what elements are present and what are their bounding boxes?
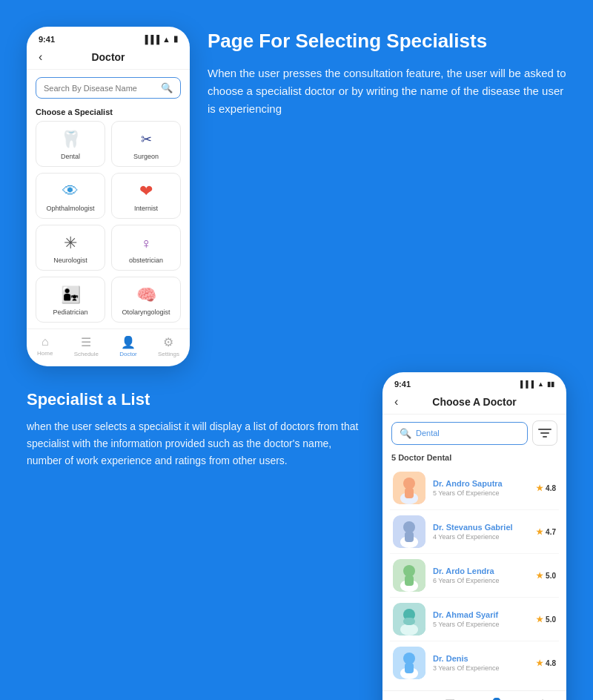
doctor-rating-3: ★ 5.0 (536, 571, 556, 581)
doctor-card-4[interactable]: Dr. Ahmad Syarif 5 Years Of Experience ★… (390, 598, 559, 641)
status-bar-1: 9:41 ▐▐▐ ▲ ▮ (27, 27, 190, 47)
search-icon-1: 🔍 (161, 82, 173, 93)
rating-value-3: 5.0 (546, 572, 556, 580)
filter-icon (538, 428, 551, 438)
star-icon-4: ★ (536, 615, 543, 624)
search-input-2[interactable]: 🔍 Dental (391, 422, 528, 445)
specialist-dental[interactable]: 🦷 Dental (36, 121, 105, 167)
rating-value-2: 4.7 (546, 528, 556, 536)
doctor-info-5: Dr. Denis 3 Years Of Experience (433, 654, 529, 672)
search-value: Dental (416, 429, 440, 438)
phone-header-1: ‹ Doctor (27, 47, 190, 70)
search-input-1[interactable] (44, 84, 156, 93)
settings-label-1: Settings (158, 351, 179, 357)
specialist-neurologist[interactable]: ✳ Neurologist (36, 225, 105, 271)
svg-rect-22 (405, 663, 414, 673)
svg-rect-1 (540, 432, 549, 434)
battery-icon: ▮ (173, 34, 178, 44)
svg-point-17 (400, 624, 418, 635)
search-bar-1[interactable]: 🔍 (36, 77, 181, 99)
doctor-name-4: Dr. Ahmad Syarif (433, 610, 529, 619)
doctor-info-4: Dr. Ahmad Syarif 5 Years Of Experience (433, 610, 529, 628)
doctor-count: 5 Doctor Dental (382, 452, 566, 466)
filter-button[interactable] (532, 420, 557, 446)
home-label-1: Home (37, 350, 53, 357)
svg-rect-0 (538, 429, 551, 430)
bottom-section: Specialist a List when the user selects … (0, 384, 593, 700)
doctor-avatar-svg-2 (393, 515, 425, 548)
phone-mockup-1: 9:41 ▐▐▐ ▲ ▮ ‹ Doctor 🔍 Choose a Special… (27, 27, 190, 366)
phone-header-2: ‹ Choose A Doctor (382, 392, 566, 415)
specialist-ent[interactable]: 🧠 Otolaryngologist (111, 277, 181, 323)
ent-icon: 🧠 (136, 285, 156, 306)
doctor-avatar-2 (393, 515, 425, 548)
specialist-surgeon[interactable]: ✂ Surgeon (111, 121, 181, 167)
time-1: 9:41 (39, 35, 55, 44)
svg-rect-10 (405, 532, 414, 542)
nav-settings-2[interactable]: ⚙ Settings (531, 697, 553, 700)
rating-value-1: 4.8 (546, 484, 556, 492)
doctor-info-1: Dr. Andro Saputra 5 Years Of Experience (433, 479, 529, 497)
doctor-icon-1: 👤 (121, 335, 136, 349)
bottom-nav-2: ⌂ Home ☰ Schedule 👤 Doctor ⚙ Settings (382, 690, 566, 700)
doctor-exp-4: 5 Years Of Experience (433, 621, 529, 628)
specialist-internist[interactable]: ❤ Internist (111, 173, 181, 219)
star-icon-1: ★ (536, 483, 543, 493)
time-2: 9:41 (394, 380, 411, 389)
back-arrow-1[interactable]: ‹ (39, 50, 42, 64)
doctor-label-1: Doctor (119, 351, 137, 357)
nav-schedule-1[interactable]: ☰ Schedule (74, 335, 99, 357)
svg-rect-14 (405, 575, 414, 586)
svg-rect-18 (403, 618, 415, 625)
phone-title-2: Choose A Doctor (432, 396, 516, 408)
rating-value-4: 5.0 (546, 615, 556, 624)
ophthalmologist-label: Ophthalmologist (46, 205, 94, 212)
doctor-card-2[interactable]: Dr. Stevanus Gabriel 4 Years Of Experien… (390, 510, 559, 554)
wifi-icon-2: ▲ (537, 380, 544, 388)
specialist-obstetrician[interactable]: ♀ obstetrician (111, 225, 181, 271)
ent-label: Otolaryngologist (122, 308, 170, 316)
specialist-pediatrician[interactable]: 👨‍👧 Pediatrician (36, 277, 105, 323)
doctor-avatar-3 (393, 559, 425, 592)
pediatrician-label: Pediatrician (53, 308, 87, 316)
main-desc: When the user presses the consultation f… (208, 65, 566, 118)
battery-icon-2: ▮▮ (547, 380, 554, 388)
nav-schedule-2[interactable]: ☰ Schedule (437, 697, 462, 700)
search-icon-2: 🔍 (400, 428, 411, 439)
eye-icon: 👁 (62, 181, 79, 202)
signal-icon-2: ▐▐▐ (518, 380, 534, 388)
doctor-avatar-5 (393, 647, 425, 679)
doctor-list: Dr. Andro Saputra 5 Years Of Experience … (382, 466, 566, 684)
doctor-rating-4: ★ 5.0 (536, 615, 556, 624)
doctor-name-1: Dr. Andro Saputra (433, 479, 529, 488)
nav-settings-1[interactable]: ⚙ Settings (158, 335, 179, 357)
secondary-title: Specialist a List (27, 390, 365, 409)
nav-doctor-1[interactable]: 👤 Doctor (119, 335, 137, 357)
doctor-exp-1: 5 Years Of Experience (433, 489, 529, 497)
specialist-ophthalmologist[interactable]: 👁 Ophthalmologist (36, 173, 105, 219)
doctor-rating-2: ★ 4.7 (536, 527, 556, 537)
main-title: Page For Selecting Specialists (208, 30, 566, 53)
doctor-card-5[interactable]: Dr. Denis 3 Years Of Experience ★ 4.8 (390, 641, 559, 684)
surgeon-label: Surgeon (133, 153, 159, 160)
nav-home-2[interactable]: ⌂ Home (396, 697, 411, 700)
doctor-name-3: Dr. Ardo Lendra (433, 567, 529, 575)
phone-mockup-2: 9:41 ▐▐▐ ▲ ▮▮ ‹ Choose A Doctor 🔍 Dental (382, 372, 566, 700)
wifi-icon: ▲ (162, 35, 170, 44)
svg-point-8 (403, 521, 415, 533)
schedule-label-1: Schedule (74, 351, 99, 357)
home-icon-2: ⌂ (400, 697, 407, 700)
doctor-card-1[interactable]: Dr. Andro Saputra 5 Years Of Experience … (390, 466, 559, 510)
child-icon: 👨‍👧 (61, 285, 81, 306)
doctor-avatar-svg-3 (393, 559, 425, 592)
bottom-nav-1: ⌂ Home ☰ Schedule 👤 Doctor ⚙ Settings (27, 328, 190, 357)
bottom-text-content: Specialist a List when the user selects … (27, 384, 365, 469)
nav-doctor-2[interactable]: 👤 Doctor (488, 697, 506, 700)
back-arrow-2[interactable]: ‹ (394, 395, 398, 409)
status-bar-2: 9:41 ▐▐▐ ▲ ▮▮ (382, 372, 566, 392)
secondary-desc: when the user selects a specialist it wi… (27, 418, 365, 469)
doctor-card-3[interactable]: Dr. Ardo Lendra 6 Years Of Experience ★ … (390, 554, 559, 598)
nav-home-1[interactable]: ⌂ Home (37, 335, 53, 357)
doctor-exp-3: 6 Years Of Experience (433, 577, 529, 584)
doctor-rating-1: ★ 4.8 (536, 483, 556, 493)
